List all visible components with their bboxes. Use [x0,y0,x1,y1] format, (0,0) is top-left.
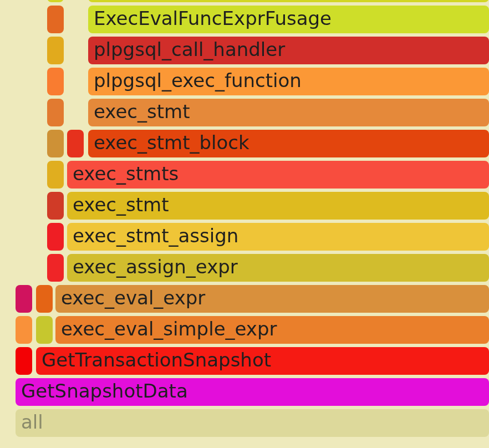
flame-frame[interactable] [47,37,64,64]
flame-frame[interactable] [36,316,53,344]
flame-frame[interactable] [67,130,84,157]
flame-frame[interactable]: plpgsql_call_handler [88,37,489,64]
flame-frame[interactable] [47,0,64,2]
flame-frame[interactable]: exec_stmt_block [88,130,489,157]
flame-frame[interactable]: plpgsql_exec_function [88,68,489,95]
flame-frame[interactable] [47,99,64,126]
flame-frame[interactable]: exec_eval_simple_expr [55,316,489,344]
flame-frame[interactable]: GetTransactionSnapshot [36,347,489,375]
flame-frame[interactable] [47,161,64,189]
flame-frame[interactable] [36,285,53,313]
flame-frame[interactable]: ExecEvalFuncExprFusage [88,6,489,33]
flame-frame[interactable] [47,223,64,251]
flame-frame[interactable] [47,192,64,220]
flame-frame[interactable]: exec_stmt [88,99,489,126]
flame-frame[interactable] [47,254,64,282]
flame-frame[interactable]: GetSnapshotData [16,378,489,406]
flame-frame[interactable]: exec_assign_expr [67,254,489,282]
flame-frame[interactable]: exec_eval_expr [55,285,489,313]
flame-frame[interactable]: all [16,409,489,437]
flame-frame[interactable] [16,347,32,375]
flame-frame[interactable] [88,0,489,2]
flame-frame[interactable] [16,316,32,344]
flame-frame[interactable] [47,130,64,157]
flame-frame[interactable] [47,68,64,95]
flame-frame[interactable] [47,6,64,33]
flame-frame[interactable] [16,285,32,313]
flame-frame[interactable]: exec_stmt [67,192,489,220]
flame-frame[interactable]: exec_stmt_assign [67,223,489,251]
flame-frame[interactable]: exec_stmts [67,161,489,189]
